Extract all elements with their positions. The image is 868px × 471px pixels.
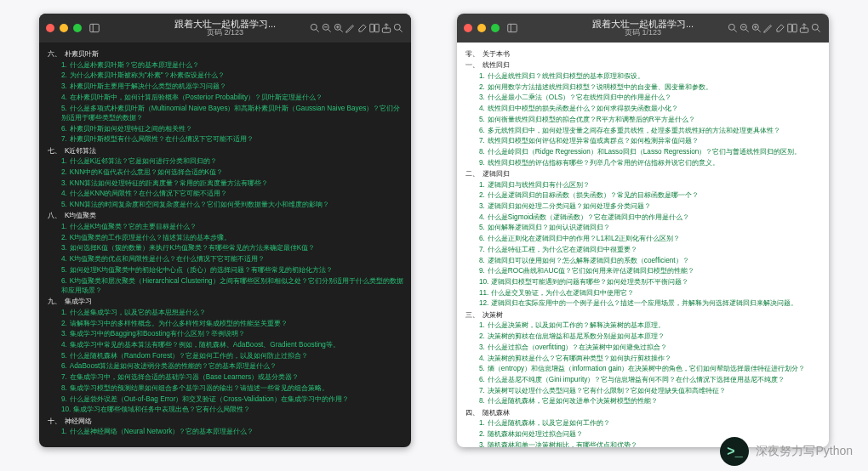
- close-icon[interactable]: [464, 24, 472, 32]
- outline-item[interactable]: 7.线性回归模型如何评估和处理异常值或离群点？如何检测异常值问题？: [465, 136, 822, 145]
- outline-item[interactable]: 1.什么是K均值聚类？它的主要目标是什么？: [48, 222, 404, 231]
- section-heading[interactable]: 八、K均值聚类: [48, 211, 404, 220]
- fullscreen-icon[interactable]: [73, 24, 82, 32]
- item-number: 7.: [61, 373, 67, 381]
- outline-item[interactable]: 8.逻辑回归可以使用如何？怎么解释逻辑回归的系数（coefficient）？: [465, 256, 822, 265]
- highlight-icon[interactable]: [774, 22, 786, 34]
- share-icon[interactable]: [798, 22, 810, 34]
- section-heading[interactable]: 二、逻辑回归: [465, 169, 822, 179]
- outline-item[interactable]: 5.什么是随机森林（Random Forest）？它是如何工作的，以及如何防止过…: [48, 351, 404, 360]
- outline-item[interactable]: 9.什么是ROC曲线和AUC值？它们如何用来评估逻辑回归模型的性能？: [465, 266, 822, 275]
- outline-item[interactable]: 1.什么是决策树，以及如何工作的？解释决策树的基本原理。: [465, 321, 822, 330]
- outline-item[interactable]: 3.如何选择K值（簇的数量）来执行K均值聚类？有哪些常见的方法来确定最佳K值？: [48, 243, 404, 253]
- share-icon[interactable]: [380, 22, 392, 34]
- outline-item[interactable]: 8.什么是岭回归（Ridge Regression）和Lasso回归（Lasso…: [465, 147, 822, 156]
- section-heading[interactable]: 六、朴素贝叶斯: [48, 49, 404, 59]
- outline-item[interactable]: 8.什么是随机森林，它是如何改进单个决策树模型的性能？: [465, 396, 822, 406]
- outline-item[interactable]: 2.什么是逻辑回归的目标函数（损失函数）？常见的目标函数是哪一个？: [465, 190, 822, 200]
- outline-item[interactable]: 7.决策树可以处理什么类型问题？它有什么限制？它如何处理缺失值和高维特征？: [465, 386, 822, 395]
- pencil-icon[interactable]: [762, 22, 774, 34]
- outline-item[interactable]: 2.如何用数学方法描述线性回归模型？说明模型中的自变量、因变量和参数。: [465, 82, 822, 92]
- item-text: 什么是最小二乘法（OLS）？它在线性回归中的作用是什么？: [488, 94, 671, 101]
- fullscreen-icon[interactable]: [491, 24, 500, 32]
- columns-icon[interactable]: [368, 22, 380, 34]
- search-icon[interactable]: [392, 22, 404, 34]
- outline-item[interactable]: 5.如何衡量线性回归模型的拟合优度？R平方和调整后的R平方是什么？: [465, 115, 822, 124]
- outline-item[interactable]: 2.KNN中的K值代表什么意思？如何选择合适的K值？: [48, 167, 404, 177]
- outline-item[interactable]: 1.什么是集成学习，以及它的基本思想是什么？: [48, 308, 404, 317]
- highlight-icon[interactable]: [357, 22, 368, 34]
- outline-item[interactable]: 1.什么是线性回归？线性回归模型的基本原理和假设。: [465, 71, 822, 81]
- outline-item[interactable]: 4.K均值聚类的优点和局限性是什么？在什么情况下它可能不适用？: [48, 254, 404, 264]
- outline-item[interactable]: 4.在朴素贝叶斯中，如何计算后验概率（Posterior Probability…: [48, 93, 404, 102]
- outline-item[interactable]: 4.什么是KNN的局限性？在什么情况下它可能不适用？: [48, 189, 404, 198]
- item-number: 2.: [61, 168, 67, 176]
- close-icon[interactable]: [46, 24, 54, 32]
- sidebar-icon[interactable]: [506, 22, 518, 34]
- outline-item[interactable]: 3.什么是过拟合（overfitting）？在决策树中如何避免过拟合？: [465, 343, 822, 352]
- outline-item[interactable]: 3.集成学习中的Bagging和Boosting有什么区别？举例说明？: [48, 329, 404, 338]
- item-number: 7.: [479, 246, 485, 253]
- outline-item[interactable]: 3.朴素贝叶斯主要用于解决什么类型的机器学习问题？: [48, 82, 404, 91]
- outline-item[interactable]: 3.KNN算法如何处理特征的距离度量？常用的距离度量方法有哪些？: [48, 179, 404, 188]
- section-heading[interactable]: 七、K近邻算法: [48, 146, 404, 156]
- outline-item[interactable]: 4.决策树的剪枝是什么？它有哪两种类型？如何执行剪枝操作？: [465, 354, 822, 363]
- outline-item[interactable]: 4.线性回归中模型的损失函数是什么？如何求得损失函数最小化？: [465, 104, 822, 113]
- outline-item[interactable]: 11.什么是交叉验证，为什么在逻辑回归中使用它？: [465, 288, 822, 298]
- outline-item[interactable]: 6.朴素贝叶斯如何处理特征之间的相关性？: [48, 124, 404, 133]
- outline-item[interactable]: 5.熵（entropy）和信息增益（information gain）在决策树中…: [465, 364, 822, 373]
- item-number: 4.: [61, 255, 67, 263]
- section-number: 六、: [48, 50, 61, 58]
- outline-item[interactable]: 10.集成学习在哪些领域和任务中表现出色？它有什么局限性？: [48, 405, 404, 414]
- outline-item[interactable]: 6.AdaBoost算法是如何改进弱分类器的性能的？它的基本原理是什么？: [48, 361, 404, 371]
- outline-item[interactable]: 9.什么是袋外误差（Out-of-Bag Error）和交叉验证（Cross-V…: [48, 394, 404, 404]
- item-number: 6.: [61, 277, 67, 285]
- outline-item[interactable]: 9.线性回归模型的评估指标有哪些？列举几个常用的评估指标并说它们的意义。: [465, 158, 822, 167]
- item-text: 什么是决策树，以及如何工作的？解释决策树的基本原理。: [488, 321, 665, 329]
- search-icon[interactable]: [810, 22, 822, 34]
- pencil-icon[interactable]: [345, 22, 357, 34]
- sidebar-icon[interactable]: [89, 22, 100, 34]
- outline-item[interactable]: 6.多元线性回归中，如何处理变量之间存在多重共线性，处理多重共线性好的方法和处理…: [465, 126, 822, 135]
- outline-item[interactable]: 6.K均值聚类和层次聚类（Hierarchical Clustering）之间有…: [48, 276, 404, 296]
- outline-item[interactable]: 1.什么是K近邻算法？它是如何进行分类和回归的？: [48, 156, 404, 166]
- outline-item[interactable]: 12.逻辑回归在实际应用中的一个例子是什么？描述一个应用场景，并解释为何选择逻辑…: [465, 298, 822, 308]
- outline-item[interactable]: 6.什么是基尼不纯度（Gini impurity）？它与信息增益有何不同？在什么…: [465, 375, 822, 384]
- outline-item[interactable]: 1.什么是随机森林，以及它是如何工作的？: [465, 418, 822, 428]
- minimize-icon[interactable]: [60, 24, 68, 32]
- outline-item[interactable]: 1.什么是神经网络（Neural Network）？它的基本原理是什么？: [48, 427, 404, 436]
- outline-item[interactable]: 5.如何处理K均值聚类中的初始化中心点（质心）的选择问题？有哪些常见的初始化方法…: [48, 265, 404, 275]
- outline-item[interactable]: 8.集成学习模型的预测结果如何组合多个基学习器的输出？请描述一些常见的组合策略。: [48, 383, 404, 393]
- outline-item[interactable]: 7.朴素贝叶斯模型有什么局限性？在什么情况下它可能不适用？: [48, 134, 404, 144]
- columns-icon[interactable]: [786, 22, 798, 34]
- svg-rect-16: [508, 24, 517, 31]
- outline-item[interactable]: 5.什么是多项式朴素贝叶斯（Multinomial Naive Bayes）和高…: [48, 104, 404, 123]
- outline-item[interactable]: 10.逻辑回归模型可能遇到的问题有哪些？如何处理类别不平衡问题？: [465, 277, 822, 287]
- outline-item[interactable]: 5.KNN算法的时间复杂度和空间复杂度是什么？它们如何受到数据量大小和维度的影响…: [48, 200, 404, 209]
- section-heading[interactable]: 四、随机森林: [465, 408, 822, 417]
- outline-item[interactable]: 4.什么是Sigmoid函数（逻辑函数）？它在逻辑回归中的作用是什么？: [465, 213, 822, 222]
- section-heading[interactable]: 九、集成学习: [48, 297, 404, 306]
- outline-item[interactable]: 3.逻辑回归如何处理二分类问题？如何处理多分类问题？: [465, 201, 822, 211]
- outline-item[interactable]: 1.什么是朴素贝叶斯？它的基本原理是什么？: [48, 60, 404, 70]
- item-text: 线性回归中模型的损失函数是什么？如何求得损失函数最小化？: [488, 105, 678, 112]
- outline-item[interactable]: 7.什么是特征工程，为什么它在逻辑回归中很重要？: [465, 245, 822, 254]
- outline-item[interactable]: 4.集成学习中常见的基本算法有哪些？例如，随机森林、AdaBoost、Gradi…: [48, 340, 404, 349]
- section-heading[interactable]: 三、决策树: [465, 310, 822, 320]
- section-heading[interactable]: 一、线性回归: [465, 60, 822, 70]
- outline-item[interactable]: 5.如何解释逻辑回归？如何认识逻辑回归？: [465, 223, 822, 232]
- item-text: 多元线性回归中，如何处理变量之间存在多重共线性，处理多重共线性好的方法和处理更具…: [488, 127, 780, 134]
- section-heading[interactable]: 十、神经网络: [48, 417, 404, 426]
- outline-item[interactable]: 2.K均值聚类的工作原理是什么？描述算法的基本步骤。: [48, 233, 404, 242]
- item-text: K均值聚类和层次聚类（Hierarchical Clustering）之间有哪些…: [61, 277, 403, 294]
- outline-item[interactable]: 2.决策树的剪枝在信息增益和基尼系数分别是如何基本原理？: [465, 332, 822, 341]
- section-heading[interactable]: 零、关于本书: [465, 49, 822, 59]
- outline-item[interactable]: 1.逻辑回归与线性回归有什么区别？: [465, 180, 822, 190]
- outline-item[interactable]: 3.什么是最小二乘法（OLS）？它在线性回归中的作用是什么？: [465, 93, 822, 102]
- outline-item[interactable]: 2.为什么朴素贝叶斯被称为"朴素"？朴素假设是什么？: [48, 71, 404, 80]
- outline-item[interactable]: 7.在集成学习中，如何选择合适的基础学习器（Base Learners）或基分类…: [48, 372, 404, 382]
- outline-item[interactable]: 6.什么是正则化在逻辑回归中的作用？L1和L2正则化有什么区别？: [465, 234, 822, 243]
- item-number: 5.: [61, 201, 67, 208]
- minimize-icon[interactable]: [477, 24, 486, 32]
- outline-item[interactable]: 2.请解释学习中的多样性概念。为什么多样性对集成模型的性能至关重要？: [48, 319, 404, 328]
